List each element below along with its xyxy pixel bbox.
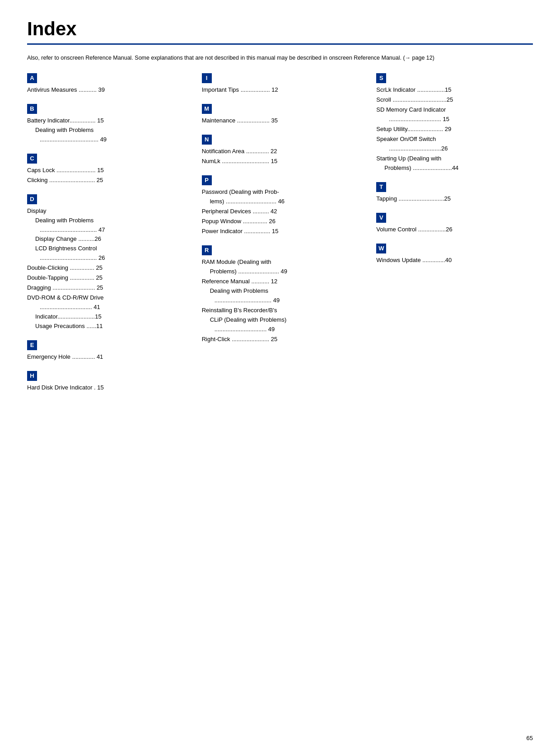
- entry-reinstalling-clip: CLiP (Dealing with Problems): [202, 315, 359, 325]
- entry-numlk: NumLk ............................. 15: [202, 156, 359, 166]
- letter-badge-m: M: [202, 104, 212, 114]
- letter-badge-w: W: [376, 244, 386, 253]
- section-s: S ScrLk Indicator .................15 Sc…: [376, 73, 533, 173]
- section-n: N Notification Area .............. 22 Nu…: [202, 135, 359, 166]
- section-m-entries: Maintenance .................... 35: [202, 116, 359, 126]
- section-e-entries: Emergency Hole .............. 41: [27, 352, 184, 362]
- entry-starting-up: Starting Up (Dealing with: [376, 154, 533, 164]
- section-w: W Windows Update ..............40: [376, 244, 533, 265]
- title-divider: [27, 43, 533, 45]
- entry-popup-window: Popup Window ............... 26: [202, 216, 359, 226]
- entry-notification-area: Notification Area .............. 22: [202, 146, 359, 156]
- entry-display-dealing-page: ................................... 47: [27, 225, 184, 235]
- section-a-entries: Antivirus Measures ........... 39: [27, 85, 184, 95]
- section-r: R RAM Module (Dealing with Problems) ...…: [202, 245, 359, 344]
- section-h-entries: Hard Disk Drive Indicator . 15: [27, 383, 184, 393]
- entry-password: Password (Dealing with Prob-: [202, 187, 359, 197]
- entry-reinstalling-page: ................................ 49: [202, 325, 359, 334]
- letter-badge-h: H: [27, 371, 37, 381]
- entry-important-tips: Important Tips .................. 12: [202, 85, 359, 95]
- entry-battery-dealing-page: .................................... 49: [27, 135, 184, 145]
- letter-badge-s: S: [376, 73, 386, 83]
- entry-antivirus: Antivirus Measures ........... 39: [27, 85, 184, 95]
- section-p: P Password (Dealing with Prob- lems) ...…: [202, 175, 359, 236]
- section-r-entries: RAM Module (Dealing with Problems) .....…: [202, 257, 359, 344]
- section-c-entries: Caps Lock ........................ 15 Cl…: [27, 165, 184, 185]
- entry-sd-memory: SD Memory Card Indicator: [376, 105, 533, 115]
- section-s-entries: ScrLk Indicator .................15 Scro…: [376, 85, 533, 173]
- entry-dragging: Dragging .......................... 25: [27, 283, 184, 293]
- section-e: E Emergency Hole .............. 41: [27, 340, 184, 362]
- section-b: B Battery Indicator................ 15 D…: [27, 104, 184, 145]
- letter-badge-b: B: [27, 104, 37, 114]
- entry-peripheral-devices: Peripheral Devices .......... 42: [202, 206, 359, 216]
- entry-dvdrom: DVD-ROM & CD-R/RW Drive: [27, 293, 184, 303]
- letter-badge-p: P: [202, 175, 212, 185]
- entry-volume-control: Volume Control .................26: [376, 225, 533, 234]
- entry-clicking: Clicking ............................ 25: [27, 175, 184, 185]
- letter-badge-v: V: [376, 213, 386, 223]
- entry-reference-dealing-page: ................................... 49: [202, 296, 359, 305]
- section-t-entries: Tapping ............................25: [376, 194, 533, 204]
- section-i-entries: Important Tips .................. 12: [202, 85, 359, 95]
- section-n-entries: Notification Area .............. 22 NumL…: [202, 146, 359, 166]
- entry-display: Display: [27, 206, 184, 216]
- letter-badge-n: N: [202, 135, 212, 145]
- section-w-entries: Windows Update ..............40: [376, 255, 533, 265]
- entry-tapping: Tapping ............................25: [376, 194, 533, 204]
- entry-scrlk-indicator: ScrLk Indicator .................15: [376, 85, 533, 95]
- entry-setup-utility: Setup Utility...................... 29: [376, 124, 533, 134]
- index-columns: A Antivirus Measures ........... 39 B Ba…: [27, 73, 533, 402]
- entry-emergency-hole: Emergency Hole .............. 41: [27, 352, 184, 362]
- letter-badge-d: D: [27, 194, 37, 204]
- section-c: C Caps Lock ........................ 15 …: [27, 154, 184, 185]
- section-a: A Antivirus Measures ........... 39: [27, 73, 184, 95]
- entry-double-clicking: Double-Clicking ............... 25: [27, 263, 184, 273]
- entry-indicator: Indicator.......................15: [27, 312, 184, 322]
- section-v: V Volume Control .................26: [376, 213, 533, 234]
- section-p-entries: Password (Dealing with Prob- lems) .....…: [202, 187, 359, 236]
- entry-sd-memory-page: ................................ 15: [376, 115, 533, 124]
- page-title: Index: [27, 18, 533, 40]
- section-i: I Important Tips .................. 12: [202, 73, 359, 95]
- entry-speaker: Speaker On/Off Switch: [376, 134, 533, 144]
- entry-capslock: Caps Lock ........................ 15: [27, 165, 184, 175]
- entry-display-dealing: Dealing with Problems: [27, 216, 184, 225]
- entry-dvdrom-page: ................................ 41: [27, 303, 184, 312]
- page-number: 65: [527, 735, 533, 741]
- entry-password-page: lems) ............................... 46: [202, 197, 359, 206]
- entry-power-indicator: Power Indicator ................ 15: [202, 226, 359, 236]
- section-h: H Hard Disk Drive Indicator . 15: [27, 371, 184, 393]
- letter-badge-a: A: [27, 73, 37, 83]
- entry-battery-indicator: Battery Indicator................ 15: [27, 116, 184, 126]
- entry-double-tapping: Double-Tapping ............... 25: [27, 273, 184, 283]
- section-b-entries: Battery Indicator................ 15 Dea…: [27, 116, 184, 145]
- entry-lcd-brightness: LCD Brightness Control: [27, 244, 184, 253]
- entry-speaker-page: ................................26: [376, 144, 533, 154]
- section-d-entries: Display Dealing with Problems ..........…: [27, 206, 184, 331]
- section-t: T Tapping ............................25: [376, 182, 533, 204]
- entry-scroll: Scroll .................................…: [376, 95, 533, 105]
- entry-reinstalling: Reinstalling B's Recorder/B's: [202, 305, 359, 315]
- section-m: M Maintenance .................... 35: [202, 104, 359, 126]
- entry-usage-precautions: Usage Precautions ......11: [27, 322, 184, 331]
- entry-starting-up-page: Problems) ........................44: [376, 164, 533, 173]
- entry-right-click: Right-Click ....................... 25: [202, 334, 359, 344]
- column-1: A Antivirus Measures ........... 39 B Ba…: [27, 73, 184, 402]
- entry-battery-dealing: Dealing with Problems: [27, 126, 184, 135]
- entry-hdd-indicator: Hard Disk Drive Indicator . 15: [27, 383, 184, 393]
- section-d: D Display Dealing with Problems ........…: [27, 194, 184, 331]
- letter-badge-e: E: [27, 340, 37, 350]
- entry-reference-manual: Reference Manual ........... 12: [202, 277, 359, 286]
- entry-ram-module-page: Problems) ......................... 49: [202, 267, 359, 277]
- letter-badge-r: R: [202, 245, 212, 255]
- column-2: I Important Tips .................. 12 M…: [202, 73, 359, 353]
- letter-badge-t: T: [376, 182, 386, 192]
- intro-text: Also, refer to onscreen Reference Manual…: [27, 54, 533, 62]
- entry-lcd-brightness-page: ................................... 26: [27, 253, 184, 263]
- section-v-entries: Volume Control .................26: [376, 225, 533, 234]
- entry-maintenance: Maintenance .................... 35: [202, 116, 359, 126]
- letter-badge-c: C: [27, 154, 37, 164]
- entry-reference-dealing: Dealing with Problems: [202, 286, 359, 296]
- entry-windows-update: Windows Update ..............40: [376, 255, 533, 265]
